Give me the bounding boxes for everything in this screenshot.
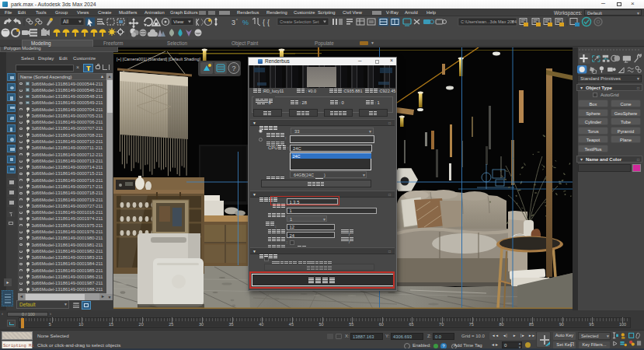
- svg-text:[+] [Camera001] [Standard] [De: [+] [Camera001] [Standard] [Default Shad…: [117, 57, 201, 61]
- svg-text:Create Selection Set: Create Selection Set: [280, 19, 319, 24]
- svg-text:°: °: [236, 18, 238, 23]
- svg-text:{: {: [263, 19, 265, 26]
- svg-text:{: {: [267, 19, 270, 26]
- svg-text:?: ?: [232, 65, 236, 72]
- svg-text:All: All: [63, 19, 69, 24]
- svg-text:View: View: [173, 19, 184, 24]
- svg-text:3: 3: [231, 19, 235, 26]
- svg-text:C:\Users\wan...3ds Max 2024: C:\Users\wan...3ds Max 2024: [461, 19, 517, 24]
- svg-text:%: %: [242, 19, 249, 26]
